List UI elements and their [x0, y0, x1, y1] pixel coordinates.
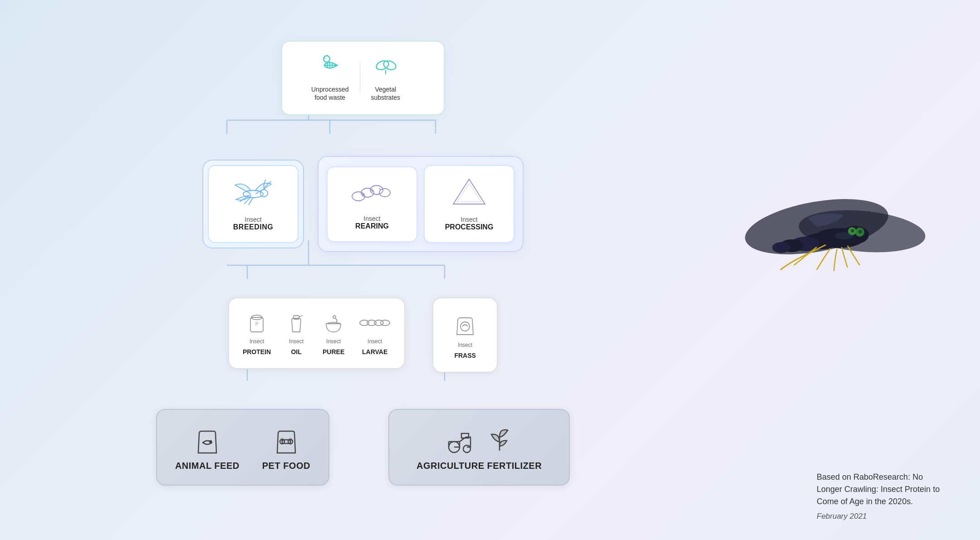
frass-item: Insect FRASS	[451, 311, 479, 359]
larvae-item: Insect LARVAE	[359, 311, 391, 355]
top-inputs-box: Unprocessed food waste	[281, 41, 445, 115]
oil-item: Insect OIL	[284, 311, 308, 355]
vegetal-substrates-item: Vegetal substrates	[360, 54, 412, 102]
svg-marker-19	[335, 63, 338, 67]
processing-box: Insect PROCESSING	[424, 165, 514, 243]
agriculture-label: AGRICULTURE FERTILIZER	[416, 461, 542, 471]
processing-label: Insect PROCESSING	[445, 216, 494, 231]
svg-point-43	[360, 320, 369, 326]
animal-feed-item: ANIMAL FEED	[175, 423, 240, 471]
food-waste-item: Unprocessed food waste	[300, 54, 360, 102]
svg-point-48	[210, 441, 211, 443]
svg-point-42	[333, 316, 336, 318]
svg-point-53	[289, 438, 292, 441]
breeding-wrapper: Insect BREEDING	[202, 160, 304, 248]
citation-text: Based on RaboResearch: No Longer Crawlin…	[817, 471, 944, 508]
svg-point-52	[281, 438, 284, 441]
breeding-icon	[226, 177, 280, 210]
rearing-icon	[349, 178, 395, 209]
svg-point-47	[461, 322, 470, 331]
svg-point-33	[379, 189, 390, 197]
protein-item: P Insect PROTEIN	[243, 311, 271, 355]
food-waste-label: Unprocessed food waste	[311, 85, 349, 102]
puree-item: Insect PUREE	[322, 311, 345, 355]
svg-point-20	[323, 56, 330, 62]
frass-box: Insect FRASS	[432, 297, 498, 373]
vegetal-label: Vegetal substrates	[371, 85, 401, 102]
svg-point-70	[851, 229, 854, 233]
insect-photo	[726, 172, 980, 354]
rearing-label: Insect REARING	[355, 215, 389, 230]
svg-point-46	[381, 320, 390, 326]
svg-point-30	[352, 192, 365, 201]
breeding-label: Insect BREEDING	[233, 216, 273, 231]
svg-line-21	[327, 55, 328, 56]
svg-point-44	[367, 320, 376, 326]
citation-block: Based on RaboResearch: No Longer Crawlin…	[817, 471, 944, 522]
svg-point-69	[858, 230, 862, 234]
breeding-box: Insect BREEDING	[208, 165, 299, 243]
svg-line-41	[299, 316, 303, 317]
rearing-box: Insect REARING	[327, 166, 417, 242]
svg-line-36	[379, 188, 381, 190]
processing-icon	[449, 177, 490, 210]
citation-date: February 2021	[817, 511, 944, 522]
svg-text:P: P	[255, 321, 259, 326]
pet-food-item: PET FOOD	[262, 423, 310, 471]
animal-pet-output-box: ANIMAL FEED PET FOOD	[156, 409, 329, 486]
rearing-processing-wrapper: Insect REARING	[318, 156, 524, 252]
svg-point-55	[463, 445, 470, 452]
products-left-box: P Insect PROTEIN Insect OIL	[228, 297, 405, 369]
svg-point-71	[835, 232, 853, 239]
vegetal-icon	[373, 54, 398, 81]
food-waste-icon	[318, 54, 341, 81]
agriculture-output-box: AGRICULTURE FERTILIZER	[388, 409, 570, 486]
svg-point-65	[772, 242, 790, 253]
